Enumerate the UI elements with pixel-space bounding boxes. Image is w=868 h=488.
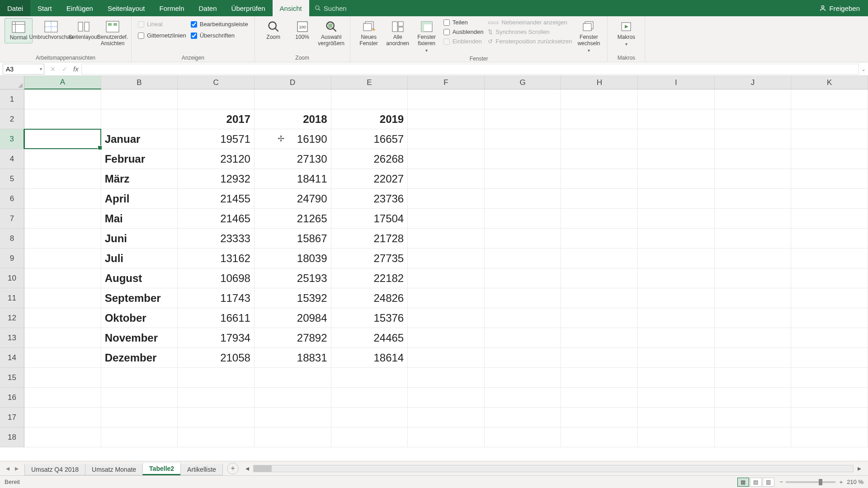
chk-gridlines[interactable]: Gitternetzlinien <box>138 32 186 39</box>
cell[interactable] <box>561 328 638 347</box>
cell[interactable]: Mai <box>101 209 178 228</box>
row-header[interactable]: 9 <box>0 249 24 268</box>
row-header[interactable]: 6 <box>0 189 24 209</box>
row-header[interactable]: 1 <box>0 89 24 109</box>
cell[interactable] <box>791 209 868 228</box>
cell[interactable] <box>331 408 408 427</box>
cell[interactable] <box>24 109 101 129</box>
cell[interactable] <box>561 209 638 228</box>
cell[interactable] <box>408 268 485 288</box>
cell[interactable]: April <box>101 189 178 208</box>
cell[interactable]: 27130 <box>255 149 331 169</box>
cell[interactable] <box>638 169 715 188</box>
cell[interactable] <box>791 169 868 188</box>
cell[interactable] <box>791 308 868 328</box>
cell[interactable] <box>24 249 101 268</box>
row-header[interactable]: 15 <box>0 368 24 388</box>
row-header[interactable]: 8 <box>0 229 24 249</box>
cell[interactable] <box>255 368 331 387</box>
cell[interactable] <box>24 189 101 208</box>
zoom-slider[interactable] <box>786 481 835 483</box>
column-headers[interactable]: ABCDEFGHIJK <box>24 76 868 89</box>
cell[interactable]: Februar <box>101 149 178 169</box>
zoom-slider-thumb[interactable] <box>819 479 822 485</box>
name-box[interactable]: A3 ▾ <box>3 64 44 75</box>
cell[interactable] <box>255 427 331 447</box>
column-header[interactable]: G <box>485 76 561 89</box>
view-normal-button[interactable]: Normal <box>5 18 33 43</box>
cell[interactable]: 15392 <box>255 288 331 308</box>
row-headers[interactable]: 123456789101112131415161718 <box>0 89 24 461</box>
cell[interactable] <box>791 249 868 268</box>
cell[interactable]: 19571 <box>178 129 255 149</box>
cell[interactable] <box>715 229 792 248</box>
scroll-thumb[interactable] <box>254 465 272 472</box>
new-window-button[interactable]: ✦ Neues Fenster <box>355 18 383 49</box>
cell[interactable] <box>24 149 101 169</box>
cell[interactable] <box>178 427 255 447</box>
tab-page-layout[interactable]: Seitenlayout <box>100 0 152 16</box>
cell[interactable] <box>485 189 561 208</box>
cell[interactable]: 22027 <box>331 169 408 188</box>
row-header[interactable]: 10 <box>0 268 24 288</box>
cell[interactable] <box>561 169 638 188</box>
search-box[interactable]: Suchen <box>309 0 352 16</box>
row-header[interactable]: 14 <box>0 348 24 368</box>
cell[interactable]: Dezember <box>101 348 178 367</box>
cell[interactable]: 16657 <box>331 129 408 149</box>
cell[interactable] <box>24 129 101 149</box>
cell[interactable] <box>408 249 485 268</box>
view-custom-button[interactable]: Benutzerdef. Ansichten <box>99 18 127 49</box>
cell[interactable]: 15867 <box>255 229 331 248</box>
cell[interactable]: November <box>101 328 178 347</box>
cell[interactable]: 25193 <box>255 268 331 288</box>
freeze-panes-button[interactable]: Fenster fixieren <box>413 18 441 55</box>
cell[interactable] <box>715 408 792 427</box>
cell[interactable]: März <box>101 169 178 188</box>
cell[interactable] <box>24 288 101 308</box>
cell[interactable] <box>638 427 715 447</box>
cell[interactable] <box>791 427 868 447</box>
cell[interactable] <box>561 129 638 149</box>
cell[interactable] <box>485 109 561 129</box>
cell[interactable] <box>408 189 485 208</box>
cell[interactable] <box>178 388 255 407</box>
cell[interactable]: August <box>101 268 178 288</box>
cell[interactable] <box>24 368 101 387</box>
cell[interactable] <box>331 388 408 407</box>
cells-area[interactable]: 201720182019Januar195711619016657Februar… <box>24 89 868 461</box>
cell[interactable] <box>561 229 638 248</box>
cell[interactable] <box>791 229 868 248</box>
cell[interactable] <box>485 328 561 347</box>
switch-windows-button[interactable]: Fenster wechseln <box>575 18 603 55</box>
cell[interactable] <box>408 209 485 228</box>
cell[interactable] <box>791 189 868 208</box>
zoom-value[interactable]: 210 % <box>847 479 863 485</box>
cell[interactable]: 24465 <box>331 328 408 347</box>
cell[interactable] <box>331 89 408 109</box>
cell[interactable] <box>101 427 178 447</box>
cell[interactable] <box>715 348 792 367</box>
zoom-button[interactable]: Zoom <box>259 18 288 42</box>
cell[interactable]: 2017 <box>178 109 255 129</box>
tab-review[interactable]: Überprüfen <box>224 0 273 16</box>
cell[interactable]: 24790 <box>255 189 331 208</box>
cell[interactable] <box>24 209 101 228</box>
cell[interactable] <box>638 149 715 169</box>
view-mode-pagebreak[interactable]: ▥ <box>763 478 774 487</box>
cell[interactable] <box>715 189 792 208</box>
cell[interactable] <box>791 129 868 149</box>
cell[interactable]: 21058 <box>178 348 255 367</box>
zoom-out-icon[interactable]: − <box>780 479 783 485</box>
zoom-100-button[interactable]: 100 100% <box>288 18 316 42</box>
cell[interactable]: 23333 <box>178 229 255 248</box>
column-header[interactable]: J <box>715 76 792 89</box>
cell[interactable] <box>485 209 561 228</box>
column-header[interactable]: E <box>331 76 408 89</box>
cell[interactable]: Oktober <box>101 308 178 328</box>
cell[interactable] <box>638 328 715 347</box>
cell[interactable] <box>485 427 561 447</box>
cell[interactable]: 2019 <box>331 109 408 129</box>
macros-button[interactable]: Makros <box>612 18 640 48</box>
cell[interactable]: 15376 <box>331 308 408 328</box>
